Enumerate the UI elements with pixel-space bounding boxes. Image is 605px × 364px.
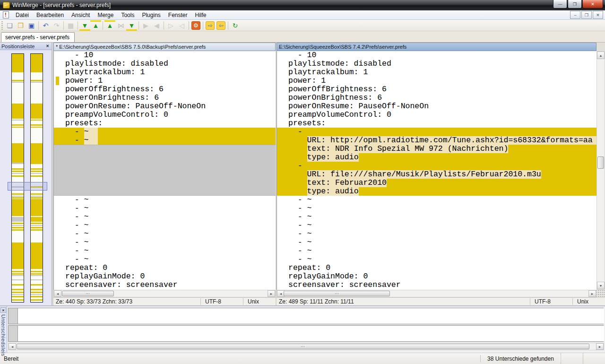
menu-item-bearbeiten[interactable]: Bearbeiten [33,11,68,19]
menu-item-ansicht[interactable]: Ansicht [68,11,94,19]
hscroll-thumb[interactable] [284,291,390,296]
diff-line: - [277,162,596,170]
left-hscrollbar[interactable]: ◄ ► [53,290,276,297]
scroll-down-arrow-icon[interactable]: ▼ [597,282,605,289]
hscroll-thumb[interactable] [17,344,589,349]
line-margin [54,85,65,94]
menu-item-hilfe[interactable]: Hilfe [191,11,210,19]
code-line: playtrackalbum: 1 [277,68,596,77]
location-bar-left[interactable] [11,53,24,303]
code-line: - ~ [277,204,596,213]
line-text: powerOnBrightness: 6 [65,94,159,102]
location-pane-title: Positionsleiste [1,43,45,49]
left-file-header[interactable]: * E:\Sicherung\SqueezeBox\SBS 7.5.0\Back… [53,43,276,51]
line-text: - ~ [288,255,312,264]
word-diff-text: URL: file:///share/Musik/Playlists/Febru… [307,170,541,179]
line-margin [277,111,288,119]
right-editor[interactable]: - 10playlistmode: disabledplaytrackalbum… [277,51,596,290]
line-margin [277,179,288,187]
document-icon[interactable]: ! [3,11,9,18]
right-file-header[interactable]: E:\Sicherung\SqueezeBox\SBS 7.4.2\Prefs\… [277,43,596,51]
line-margin [54,60,65,68]
line-text [288,179,307,187]
location-bar-right[interactable] [30,53,43,303]
scroll-up-arrow-icon[interactable]: ▲ [597,52,605,59]
diff-map-stripe [31,243,43,269]
tab-server-prefs[interactable]: server.prefs - server.prefs [1,32,75,42]
copy-all-right-icon[interactable]: ⇨ [206,21,215,30]
new-file-icon[interactable]: ❏ [4,20,15,31]
mdi-minimize-button[interactable]: – [570,11,580,19]
word-diff-text: type: audio [307,153,359,162]
line-text: - ~ [65,238,89,247]
toolbar-icons: ❏❒▣↶↷▦▼▲▲⋈▼▶◀▷◁⚙⇨⇦↻ [4,20,241,31]
vscroll-thumb[interactable] [597,156,604,169]
hscroll-thumb[interactable] [62,291,114,296]
diff-pane-hscrollbar[interactable]: ◄ ► [8,343,604,350]
close-icon[interactable]: ✕ [0,307,6,313]
line-margin [54,136,65,145]
menu-item-tools[interactable]: Tools [117,11,138,19]
left-pane-statusbar: Ze: 440 Sp: 33/73 Zchn: 33/73 UTF-8 Unix [53,297,276,305]
diff-map-stripe [12,284,24,286]
mdi-close-button[interactable]: ✕ [593,11,603,19]
refresh-icon[interactable]: ↻ [230,20,241,31]
line-text: - ~ [65,213,89,221]
scroll-right-arrow-icon[interactable]: ► [268,290,275,297]
toolbar-grip[interactable] [1,21,3,30]
mdi-restore-button[interactable]: ❐ [581,11,592,19]
code-line: replayGainMode: 0 [277,272,596,281]
close-icon[interactable]: ✕ [45,44,50,48]
scroll-right-arrow-icon[interactable]: ► [588,290,596,297]
left-editor[interactable]: - 10playlistmode: disabledplaytrackalbum… [53,51,276,290]
previous-difference-icon[interactable]: ▲ [90,20,101,31]
line-margin [54,196,65,204]
redo-icon: ↷ [51,20,62,31]
code-line: playtrackalbum: 1 [54,68,276,77]
diff-map-stripe [12,299,24,301]
scroll-left-arrow-icon[interactable]: ◄ [54,290,61,297]
diff-line: - ~ [54,136,276,145]
right-hscrollbar[interactable]: ◄ ► [277,290,596,297]
menu-item-datei[interactable]: Datei [12,11,33,19]
diff-map-stripe [12,279,24,280]
word-diff-text: ~ [84,128,98,136]
code-line: preampVolumeControl: 0 [54,111,276,119]
title-bar[interactable]: WinMerge - [server.prefs - server.prefs]… [0,0,605,10]
scroll-right-arrow-icon[interactable]: ► [596,343,604,350]
minimize-button[interactable]: — [553,0,567,9]
word-diff-text: text: NDR Info Spezial MW 972 (Nachricht… [307,145,509,153]
save-icon[interactable]: ▣ [26,20,37,31]
menu-item-plugins[interactable]: Plugins [138,11,164,19]
line-margin [277,170,288,179]
diff-map-stripe [12,168,24,170]
options-icon[interactable]: ⚙ [191,21,200,30]
first-difference-icon[interactable]: ▲ [104,20,115,31]
line-margin [277,128,288,136]
undo-icon[interactable]: ↶ [40,20,51,31]
diff-map-stripe [12,227,24,228]
open-file-icon[interactable]: ❒ [15,20,26,31]
word-diff-text: ~ [84,136,98,145]
menu-item-merge[interactable]: Merge [94,11,117,19]
scroll-left-arrow-icon[interactable]: ◄ [9,343,16,350]
visible-area-indicator[interactable] [8,182,47,191]
line-text: - [288,128,302,136]
diff-map-stripe [12,275,24,276]
close-button[interactable]: ✕ [582,0,603,9]
diff-map-stripe [31,284,43,286]
code-line: preampVolumeControl: 0 [277,111,596,119]
line-text: - ~ [288,230,312,238]
line-margin [54,238,65,247]
menu-item-fenster[interactable]: Fenster [164,11,191,19]
last-difference-icon[interactable]: ▼ [126,20,137,31]
copy-all-left-icon[interactable]: ⇦ [216,21,225,30]
diff-detail-row-left [8,308,604,324]
current-difference-icon: ⋈ [115,20,126,31]
diff-map-stripe [12,229,24,231]
line-margin [54,230,65,238]
line-margin [54,213,65,221]
next-difference-icon[interactable]: ▼ [79,20,90,31]
vertical-scrollbar[interactable]: ▲ ▼ [596,51,605,290]
restore-button[interactable]: ❐ [568,0,582,9]
